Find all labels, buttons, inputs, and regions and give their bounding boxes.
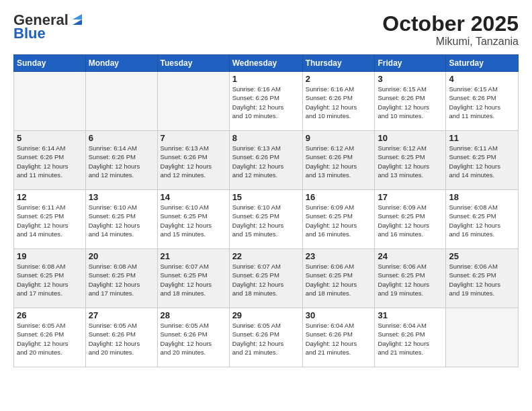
day-number: 2 bbox=[306, 74, 372, 84]
day-info: Sunrise: 6:08 AMSunset: 6:25 PMDaylight:… bbox=[89, 262, 154, 298]
day-info: Sunrise: 6:05 AMSunset: 6:26 PMDaylight:… bbox=[17, 321, 83, 357]
table-row: 15Sunrise: 6:10 AMSunset: 6:25 PMDayligh… bbox=[229, 190, 302, 249]
day-number: 25 bbox=[449, 251, 515, 261]
day-info: Sunrise: 6:11 AMSunset: 6:25 PMDaylight:… bbox=[449, 144, 515, 179]
day-number: 22 bbox=[232, 251, 300, 261]
table-row: 8Sunrise: 6:13 AMSunset: 6:26 PMDaylight… bbox=[229, 131, 302, 190]
day-number: 31 bbox=[378, 310, 443, 320]
day-number: 15 bbox=[232, 192, 300, 202]
table-row: 17Sunrise: 6:09 AMSunset: 6:25 PMDayligh… bbox=[375, 190, 446, 249]
header-thursday: Thursday bbox=[302, 55, 375, 72]
day-number: 23 bbox=[306, 251, 372, 261]
day-number: 28 bbox=[161, 310, 226, 320]
table-row: 29Sunrise: 6:05 AMSunset: 6:26 PMDayligh… bbox=[229, 308, 302, 367]
table-row: 22Sunrise: 6:07 AMSunset: 6:25 PMDayligh… bbox=[229, 249, 302, 308]
header-saturday: Saturday bbox=[446, 55, 519, 72]
day-info: Sunrise: 6:14 AMSunset: 6:26 PMDaylight:… bbox=[89, 144, 154, 179]
day-number: 5 bbox=[17, 133, 83, 143]
table-row: 23Sunrise: 6:06 AMSunset: 6:25 PMDayligh… bbox=[302, 249, 375, 308]
day-info: Sunrise: 6:04 AMSunset: 6:26 PMDaylight:… bbox=[378, 321, 443, 357]
table-row bbox=[14, 72, 86, 131]
day-number: 26 bbox=[17, 310, 83, 320]
table-row: 2Sunrise: 6:16 AMSunset: 6:26 PMDaylight… bbox=[302, 72, 375, 131]
day-number: 18 bbox=[449, 192, 515, 202]
day-info: Sunrise: 6:06 AMSunset: 6:25 PMDaylight:… bbox=[306, 262, 372, 298]
day-number: 29 bbox=[232, 310, 300, 320]
day-info: Sunrise: 6:13 AMSunset: 6:26 PMDaylight:… bbox=[161, 144, 226, 179]
header-tuesday: Tuesday bbox=[157, 55, 229, 72]
table-row: 20Sunrise: 6:08 AMSunset: 6:25 PMDayligh… bbox=[85, 249, 157, 308]
day-info: Sunrise: 6:05 AMSunset: 6:26 PMDaylight:… bbox=[89, 321, 154, 357]
day-info: Sunrise: 6:10 AMSunset: 6:25 PMDaylight:… bbox=[89, 203, 154, 238]
table-row bbox=[446, 308, 519, 367]
table-row: 24Sunrise: 6:06 AMSunset: 6:25 PMDayligh… bbox=[375, 249, 446, 308]
calendar-week-row: 5Sunrise: 6:14 AMSunset: 6:26 PMDaylight… bbox=[14, 131, 519, 190]
header-area: General Blue October 2025 Mikumi, Tanzan… bbox=[13, 12, 519, 48]
day-info: Sunrise: 6:14 AMSunset: 6:26 PMDaylight:… bbox=[17, 144, 83, 179]
table-row: 7Sunrise: 6:13 AMSunset: 6:26 PMDaylight… bbox=[157, 131, 229, 190]
logo: General Blue bbox=[13, 12, 85, 42]
day-number: 3 bbox=[378, 74, 443, 84]
calendar-week-row: 12Sunrise: 6:11 AMSunset: 6:25 PMDayligh… bbox=[14, 190, 519, 249]
day-info: Sunrise: 6:09 AMSunset: 6:25 PMDaylight:… bbox=[306, 203, 372, 238]
day-number: 24 bbox=[378, 251, 443, 261]
day-number: 6 bbox=[89, 133, 154, 143]
table-row: 14Sunrise: 6:10 AMSunset: 6:25 PMDayligh… bbox=[157, 190, 229, 249]
table-row: 30Sunrise: 6:04 AMSunset: 6:26 PMDayligh… bbox=[302, 308, 375, 367]
table-row: 10Sunrise: 6:12 AMSunset: 6:25 PMDayligh… bbox=[375, 131, 446, 190]
table-row: 19Sunrise: 6:08 AMSunset: 6:25 PMDayligh… bbox=[14, 249, 86, 308]
day-info: Sunrise: 6:10 AMSunset: 6:25 PMDaylight:… bbox=[232, 203, 300, 238]
table-row: 11Sunrise: 6:11 AMSunset: 6:25 PMDayligh… bbox=[446, 131, 519, 190]
table-row: 6Sunrise: 6:14 AMSunset: 6:26 PMDaylight… bbox=[85, 131, 157, 190]
day-number: 17 bbox=[378, 192, 443, 202]
table-row: 26Sunrise: 6:05 AMSunset: 6:26 PMDayligh… bbox=[14, 308, 86, 367]
day-number: 14 bbox=[161, 192, 226, 202]
day-info: Sunrise: 6:13 AMSunset: 6:26 PMDaylight:… bbox=[232, 144, 300, 179]
day-info: Sunrise: 6:12 AMSunset: 6:26 PMDaylight:… bbox=[306, 144, 372, 179]
day-info: Sunrise: 6:06 AMSunset: 6:25 PMDaylight:… bbox=[378, 262, 443, 298]
day-number: 19 bbox=[17, 251, 83, 261]
header-wednesday: Wednesday bbox=[229, 55, 302, 72]
calendar: Sunday Monday Tuesday Wednesday Thursday… bbox=[13, 54, 519, 367]
month-year: October 2025 bbox=[382, 12, 519, 36]
day-info: Sunrise: 6:16 AMSunset: 6:26 PMDaylight:… bbox=[306, 85, 372, 120]
day-number: 27 bbox=[89, 310, 154, 320]
table-row: 1Sunrise: 6:16 AMSunset: 6:26 PMDaylight… bbox=[229, 72, 302, 131]
day-info: Sunrise: 6:16 AMSunset: 6:26 PMDaylight:… bbox=[232, 85, 300, 120]
day-number: 21 bbox=[161, 251, 226, 261]
header-monday: Monday bbox=[85, 55, 157, 72]
day-info: Sunrise: 6:15 AMSunset: 6:26 PMDaylight:… bbox=[378, 85, 443, 120]
day-info: Sunrise: 6:12 AMSunset: 6:25 PMDaylight:… bbox=[378, 144, 443, 179]
day-info: Sunrise: 6:06 AMSunset: 6:25 PMDaylight:… bbox=[449, 262, 515, 298]
day-info: Sunrise: 6:04 AMSunset: 6:26 PMDaylight:… bbox=[306, 321, 372, 357]
table-row: 28Sunrise: 6:05 AMSunset: 6:26 PMDayligh… bbox=[157, 308, 229, 367]
svg-marker-1 bbox=[73, 14, 82, 19]
day-info: Sunrise: 6:05 AMSunset: 6:26 PMDaylight:… bbox=[161, 321, 226, 357]
day-number: 10 bbox=[378, 133, 443, 143]
day-info: Sunrise: 6:07 AMSunset: 6:25 PMDaylight:… bbox=[232, 262, 300, 298]
table-row: 12Sunrise: 6:11 AMSunset: 6:25 PMDayligh… bbox=[14, 190, 86, 249]
table-row: 4Sunrise: 6:15 AMSunset: 6:26 PMDaylight… bbox=[446, 72, 519, 131]
page: General Blue October 2025 Mikumi, Tanzan… bbox=[0, 0, 532, 374]
weekday-header-row: Sunday Monday Tuesday Wednesday Thursday… bbox=[14, 55, 519, 72]
day-number: 4 bbox=[449, 74, 515, 84]
day-info: Sunrise: 6:08 AMSunset: 6:25 PMDaylight:… bbox=[17, 262, 83, 298]
calendar-week-row: 19Sunrise: 6:08 AMSunset: 6:25 PMDayligh… bbox=[14, 249, 519, 308]
table-row: 18Sunrise: 6:08 AMSunset: 6:25 PMDayligh… bbox=[446, 190, 519, 249]
table-row: 3Sunrise: 6:15 AMSunset: 6:26 PMDaylight… bbox=[375, 72, 446, 131]
day-info: Sunrise: 6:11 AMSunset: 6:25 PMDaylight:… bbox=[17, 203, 83, 238]
header-sunday: Sunday bbox=[14, 55, 86, 72]
table-row bbox=[85, 72, 157, 131]
day-info: Sunrise: 6:09 AMSunset: 6:25 PMDaylight:… bbox=[378, 203, 443, 238]
table-row: 25Sunrise: 6:06 AMSunset: 6:25 PMDayligh… bbox=[446, 249, 519, 308]
table-row: 5Sunrise: 6:14 AMSunset: 6:26 PMDaylight… bbox=[14, 131, 86, 190]
day-number: 9 bbox=[306, 133, 372, 143]
calendar-week-row: 26Sunrise: 6:05 AMSunset: 6:26 PMDayligh… bbox=[14, 308, 519, 367]
table-row bbox=[157, 72, 229, 131]
svg-marker-0 bbox=[73, 19, 82, 25]
header-friday: Friday bbox=[375, 55, 446, 72]
day-info: Sunrise: 6:05 AMSunset: 6:26 PMDaylight:… bbox=[232, 321, 300, 357]
day-info: Sunrise: 6:10 AMSunset: 6:25 PMDaylight:… bbox=[161, 203, 226, 238]
day-number: 1 bbox=[232, 74, 300, 84]
table-row: 9Sunrise: 6:12 AMSunset: 6:26 PMDaylight… bbox=[302, 131, 375, 190]
